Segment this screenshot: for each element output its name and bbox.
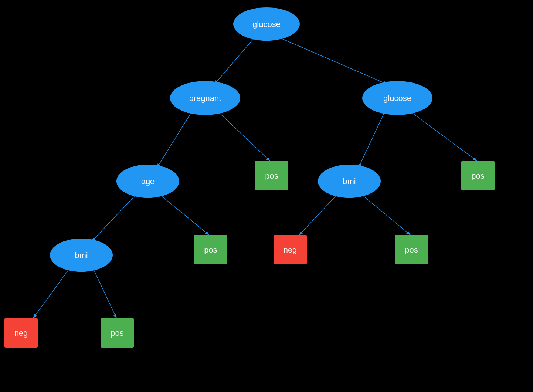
leaf-pos-4-label: pos (405, 245, 418, 254)
edge-n1-n3 (157, 111, 192, 168)
decision-tree-diagram: glucose pregnant glucose age pos bmi pos… (0, 0, 533, 392)
leaf-pos-5-label: pos (111, 328, 123, 338)
edge-n3-l3 (160, 195, 209, 235)
node-bmi-left-label: bmi (75, 251, 88, 260)
edge-n4-l5 (361, 195, 410, 235)
node-bmi-right-label: bmi (343, 177, 356, 186)
edge-n2-n4 (359, 111, 385, 168)
edge-n5-l6 (33, 268, 69, 318)
edge-n4-l4 (299, 195, 337, 235)
edge-n5-l7 (93, 268, 116, 318)
node-glucose-right-label: glucose (383, 94, 411, 103)
leaf-pos-3-label: pos (204, 245, 217, 254)
edge-root-n2 (278, 37, 387, 84)
leaf-pos-2-label: pos (471, 171, 484, 180)
edge-n2-l2 (410, 111, 477, 161)
node-age-label: age (141, 177, 155, 186)
node-glucose-root-label: glucose (252, 20, 281, 29)
edge-n1-l1 (217, 111, 270, 161)
edge-root-n1 (214, 37, 255, 84)
leaf-neg-2-label: neg (14, 328, 28, 338)
leaf-pos-1-label: pos (265, 171, 278, 180)
leaf-neg-1-label: neg (284, 245, 297, 254)
node-pregnant-label: pregnant (189, 94, 221, 103)
edge-n3-n5 (92, 195, 136, 241)
